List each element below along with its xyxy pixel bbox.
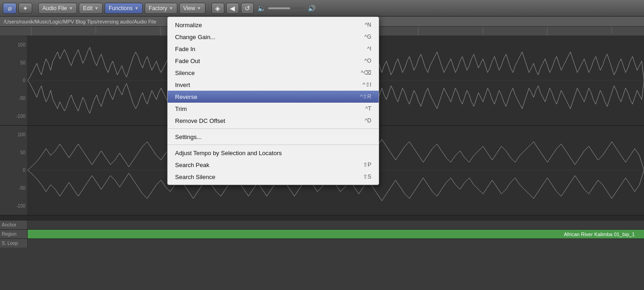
menu-item-label-normalize: Normalize <box>175 22 202 29</box>
menu-item-fade-in[interactable]: Fade In^I <box>168 43 379 55</box>
menu-item-label-fade-in: Fade In <box>175 46 195 52</box>
functions-dropdown: Normalize^NChange Gain...^GFade In^IFade… <box>167 17 379 185</box>
menu-item-change-gain[interactable]: Change Gain...^G <box>168 31 379 43</box>
menu-item-shortcut-change-gain: ^G <box>364 34 371 40</box>
menu-item-silence[interactable]: Silence^⌫ <box>168 67 379 79</box>
menu-item-reverse[interactable]: Reverse^⇧R <box>168 91 379 103</box>
menu-separator <box>168 145 379 145</box>
menu-item-label-change-gain: Change Gain... <box>175 34 215 41</box>
menu-item-shortcut-remove-dc: ^D <box>365 117 371 124</box>
menu-item-shortcut-search-peak: ⇧P <box>363 162 371 168</box>
menu-item-adjust-tempo[interactable]: Adjust Tempo by Selection and Locators <box>168 147 379 159</box>
menu-item-label-trim: Trim <box>175 105 187 112</box>
menu-item-label-settings: Settings... <box>175 133 202 140</box>
menu-item-normalize[interactable]: Normalize^N <box>168 19 379 31</box>
menu-item-search-silence[interactable]: Search Silence⇧S <box>168 171 379 183</box>
menu-item-shortcut-normalize: ^N <box>365 22 371 28</box>
menu-separator <box>168 128 379 129</box>
dropdown-overlay: Normalize^NChange Gain...^GFade In^IFade… <box>0 0 644 290</box>
menu-item-trim[interactable]: Trim^T <box>168 103 379 115</box>
menu-item-label-silence: Silence <box>175 70 195 76</box>
menu-item-label-search-silence: Search Silence <box>175 174 215 180</box>
menu-item-label-reverse: Reverse <box>175 93 197 100</box>
menu-item-fade-out[interactable]: Fade Out^O <box>168 55 379 67</box>
menu-item-search-peak[interactable]: Search Peak⇧P <box>168 159 379 171</box>
menu-item-shortcut-reverse: ^⇧R <box>360 93 371 100</box>
menu-item-invert[interactable]: Invert^⇧I <box>168 79 379 91</box>
menu-item-label-adjust-tempo: Adjust Tempo by Selection and Locators <box>175 150 282 157</box>
menu-item-shortcut-fade-in: ^I <box>367 46 371 52</box>
menu-item-label-invert: Invert <box>175 81 190 88</box>
menu-item-label-fade-out: Fade Out <box>175 58 200 64</box>
menu-item-shortcut-silence: ^⌫ <box>361 70 371 76</box>
menu-item-label-remove-dc: Remove DC Offset <box>175 117 225 124</box>
menu-item-shortcut-trim: ^T <box>365 105 371 112</box>
menu-item-label-search-peak: Search Peak <box>175 162 209 168</box>
menu-item-shortcut-invert: ^⇧I <box>363 81 371 88</box>
menu-item-shortcut-search-silence: ⇧S <box>363 174 371 180</box>
menu-item-settings[interactable]: Settings... <box>168 131 379 143</box>
menu-item-shortcut-fade-out: ^O <box>364 58 371 64</box>
menu-item-remove-dc[interactable]: Remove DC Offset^D <box>168 115 379 127</box>
